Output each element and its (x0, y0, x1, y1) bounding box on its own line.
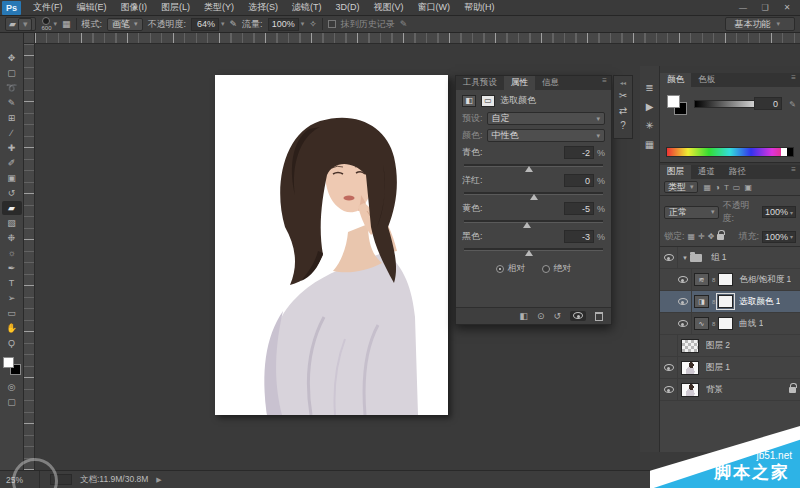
tab-layers[interactable]: 图层 (660, 165, 691, 179)
mask-icon[interactable]: ▭ (481, 95, 495, 107)
visibility-toggle[interactable] (674, 269, 692, 290)
group-expand-arrow[interactable]: ▼ (682, 255, 688, 261)
type-tool[interactable]: T (2, 276, 22, 290)
layer-row-curves[interactable]: ∿ 8 曲线 1 (660, 313, 800, 335)
yellow-value-input[interactable]: -5 (564, 202, 594, 215)
color-spectrum-ramp[interactable] (666, 147, 794, 157)
mask-link-icon[interactable]: 8 (712, 321, 715, 327)
yellow-slider-track[interactable] (464, 217, 603, 227)
layer-fill-input[interactable]: 100% ▾ (762, 231, 796, 243)
layer-name[interactable]: 图层 1 (706, 362, 730, 374)
adjustments-panel-icon[interactable]: ✳ (645, 120, 653, 131)
layer-row-layer-1[interactable]: 图层 1 (660, 357, 800, 379)
menu-item[interactable]: 窗口(W) (411, 0, 458, 15)
swap-panel-icon[interactable]: ⇄ (619, 105, 627, 116)
minimize-button[interactable]: — (732, 0, 754, 15)
absolute-radio[interactable]: 绝对 (542, 262, 572, 275)
tab-channels[interactable]: 通道 (691, 165, 722, 179)
filter-adjustment-layers-icon[interactable]: ◑ (715, 183, 720, 192)
foreground-color-swatch[interactable] (3, 357, 14, 368)
info-panel-icon[interactable]: ? (620, 120, 626, 131)
layer-name[interactable]: 图层 2 (706, 340, 730, 352)
preset-select[interactable]: 自定 ▾ (487, 112, 605, 125)
adjustment-layer-thumbnail[interactable]: ◨ (694, 295, 709, 308)
shape-tool[interactable]: ▭ (2, 306, 22, 320)
black-white-wells[interactable] (781, 148, 793, 156)
adjustment-layer-thumbnail[interactable]: ≋ (694, 273, 709, 286)
crop-tool[interactable]: ⊞ (2, 111, 22, 125)
restore-button[interactable]: ❑ (754, 0, 776, 15)
panel-menu-icon[interactable]: ≡ (791, 165, 800, 179)
history-panel-icon[interactable]: ≣ (645, 82, 653, 93)
marquee-tool[interactable]: ▢ (2, 66, 22, 80)
visibility-eye-icon[interactable] (570, 311, 586, 321)
mode-select[interactable]: 画笔 ▾ (107, 18, 143, 31)
menu-item[interactable]: 编辑(E) (70, 0, 114, 15)
layer-name[interactable]: 组 1 (711, 252, 727, 264)
layer-thumbnail-photo[interactable] (681, 361, 699, 375)
collapse-arrows-icon[interactable]: ◂◂ (620, 79, 626, 86)
move-tool[interactable]: ✥ (2, 51, 22, 65)
mask-link-icon[interactable]: 8 (712, 277, 715, 283)
menu-item[interactable]: 图层(L) (154, 0, 197, 15)
previous-state-icon[interactable]: ⊙ (537, 311, 545, 321)
cyan-slider-track[interactable] (464, 161, 603, 171)
layer-name[interactable]: 曲线 1 (739, 318, 763, 330)
brush-tool[interactable]: ✐ (2, 156, 22, 170)
layer-row-hue-saturation[interactable]: ≋ 8 色相/饱和度 1 (660, 269, 800, 291)
history-brush-tool[interactable]: ↺ (2, 186, 22, 200)
layer-thumbnail-empty[interactable] (681, 339, 699, 353)
magenta-value-input[interactable]: 0 (564, 174, 594, 187)
tool-preset-picker[interactable]: ▰ ▾ (5, 17, 36, 31)
status-options-arrow[interactable]: ▶ (156, 476, 161, 484)
layer-mask-thumbnail[interactable] (718, 295, 733, 308)
slider-thumb[interactable] (530, 194, 538, 200)
chevron-down-icon[interactable]: ▾ (301, 20, 305, 28)
clone-stamp-tool[interactable]: ▣ (2, 171, 22, 185)
pressure-size-icon[interactable]: ✎ (400, 19, 408, 29)
menu-item[interactable]: 类型(Y) (197, 0, 241, 15)
tab-info[interactable]: 信息 (535, 76, 566, 90)
document-canvas[interactable] (215, 75, 448, 415)
eyedropper-tool[interactable]: ∕ (2, 126, 22, 140)
menu-item[interactable]: 图像(I) (114, 0, 155, 15)
lock-all-icon[interactable] (717, 234, 724, 240)
visibility-toggle[interactable] (674, 291, 692, 312)
lock-pixels-icon[interactable]: ✛ (698, 232, 705, 241)
menu-item[interactable]: 选择(S) (241, 0, 285, 15)
filter-smart-objects-icon[interactable]: ▣ (744, 183, 752, 192)
relative-radio[interactable]: 相对 (496, 262, 526, 275)
close-button[interactable]: ✕ (776, 0, 798, 15)
layer-mask-thumbnail[interactable] (718, 273, 733, 286)
lasso-tool[interactable]: ➰ (2, 81, 22, 95)
styles-panel-icon[interactable]: ▦ (645, 139, 654, 150)
layer-row-selective-color[interactable]: ◨ 8 选取颜色 1 (660, 291, 800, 313)
visibility-toggle[interactable] (674, 313, 692, 334)
layer-mask-thumbnail[interactable] (718, 317, 733, 330)
brush-preset-picker[interactable]: 600 ▾ (41, 17, 57, 31)
panel-menu-icon[interactable]: ≡ (791, 73, 800, 87)
gradient-tool[interactable]: ▧ (2, 216, 22, 230)
panel-menu-icon[interactable]: ≡ (602, 76, 611, 90)
tab-tool-presets[interactable]: 工具预设 (456, 76, 504, 90)
foreground-color-swatch[interactable] (667, 95, 680, 108)
adjustment-layer-thumbnail[interactable]: ∿ (694, 317, 709, 330)
cyan-value-input[interactable]: -2 (564, 146, 594, 159)
flow-input[interactable]: 100% (268, 18, 299, 31)
menu-item[interactable]: 视图(V) (367, 0, 411, 15)
hand-tool[interactable]: ✋ (2, 321, 22, 335)
mask-link-icon[interactable]: 8 (712, 299, 715, 305)
healing-brush-tool[interactable]: ✚ (2, 141, 22, 155)
pressure-opacity-icon[interactable]: ✎ (230, 19, 238, 29)
tab-color[interactable]: 颜色 (660, 73, 691, 87)
visibility-toggle[interactable] (660, 335, 678, 356)
screen-mode-button[interactable]: ▢ (2, 395, 22, 409)
slider-thumb[interactable] (523, 222, 531, 228)
dodge-tool[interactable]: ☼ (2, 246, 22, 260)
slider-thumb[interactable] (525, 250, 533, 256)
delete-adjustment-icon[interactable] (595, 312, 603, 321)
black-slider-track[interactable] (464, 245, 603, 255)
menu-item[interactable]: 帮助(H) (457, 0, 502, 15)
menu-item[interactable]: 3D(D) (329, 0, 367, 15)
visibility-toggle[interactable] (660, 379, 678, 400)
